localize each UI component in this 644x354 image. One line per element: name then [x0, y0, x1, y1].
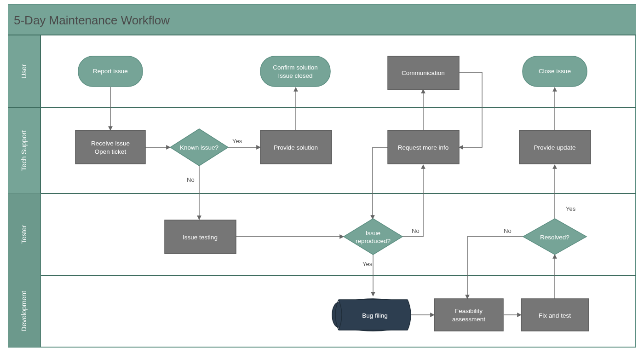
node-reqinfo-label: Request more info — [398, 144, 448, 151]
diagram-svg: 5-Day Maintenance Workflow User Tech Sup… — [0, 0, 644, 354]
node-provide-solution[interactable]: Provide solution — [260, 130, 332, 164]
node-report-issue[interactable]: Report issue — [78, 56, 143, 87]
node-confirm-line2: Issue closed — [278, 72, 312, 79]
node-receive-issue[interactable]: Receive issue Open ticket — [75, 130, 145, 164]
node-feasibility[interactable]: Feasibility assessment — [434, 299, 503, 331]
node-reproduced-line1: Issue — [366, 230, 380, 237]
lane-label-support: Tech Support — [20, 130, 28, 171]
svg-rect-1 — [260, 56, 330, 87]
lane-label-dev: Development — [20, 290, 28, 331]
lane-label-tester: Tester — [20, 225, 28, 244]
lane-label-user: User — [20, 64, 28, 79]
edge-label-reproduced-yes: Yes — [362, 261, 373, 267]
node-solution-label: Provide solution — [274, 144, 318, 151]
node-request-info[interactable]: Request more info — [388, 130, 459, 164]
edge-label-resolved-yes: Yes — [566, 205, 576, 212]
node-close-label: Close issue — [539, 68, 571, 75]
node-communication[interactable]: Communication — [388, 56, 459, 90]
node-update-label: Provide update — [534, 144, 576, 151]
node-known-label: Known issue? — [180, 144, 218, 151]
node-receive-line1: Receive issue — [91, 140, 130, 147]
node-communication-label: Communication — [402, 70, 445, 76]
node-close-issue[interactable]: Close issue — [523, 56, 587, 87]
node-report-issue-label: Report issue — [93, 68, 128, 75]
node-bug-filing[interactable]: Bug filing — [332, 299, 411, 331]
node-receive-line2: Open ticket — [95, 148, 126, 155]
edge-label-resolved-no: No — [504, 227, 512, 234]
node-issue-testing[interactable]: Issue testing — [165, 220, 236, 254]
edge-label-reproduced-no: No — [412, 227, 420, 234]
node-fix-label: Fix and test — [539, 312, 571, 319]
node-feas-line1: Feasibility — [455, 308, 483, 314]
node-reproduced-line2: reproduced? — [356, 238, 391, 244]
node-fix-and-test[interactable]: Fix and test — [521, 299, 589, 331]
node-provide-update[interactable]: Provide update — [519, 130, 591, 164]
edge-label-known-yes: Yes — [232, 138, 242, 145]
node-bug-label: Bug filing — [362, 312, 388, 319]
diagram-title: 5-Day Maintenance Workflow — [14, 13, 170, 27]
node-feas-line2: assessment — [452, 316, 485, 323]
svg-rect-4 — [75, 130, 145, 164]
node-testing-label: Issue testing — [183, 234, 218, 241]
node-resolved-label: Resolved? — [540, 234, 569, 241]
edge-label-known-no: No — [187, 176, 195, 183]
svg-rect-16 — [434, 299, 503, 331]
diagram-container: 5-Day Maintenance Workflow User Tech Sup… — [0, 0, 644, 354]
node-confirm-solution[interactable]: Confirm solution Issue closed — [260, 56, 330, 87]
node-confirm-line1: Confirm solution — [273, 64, 318, 71]
